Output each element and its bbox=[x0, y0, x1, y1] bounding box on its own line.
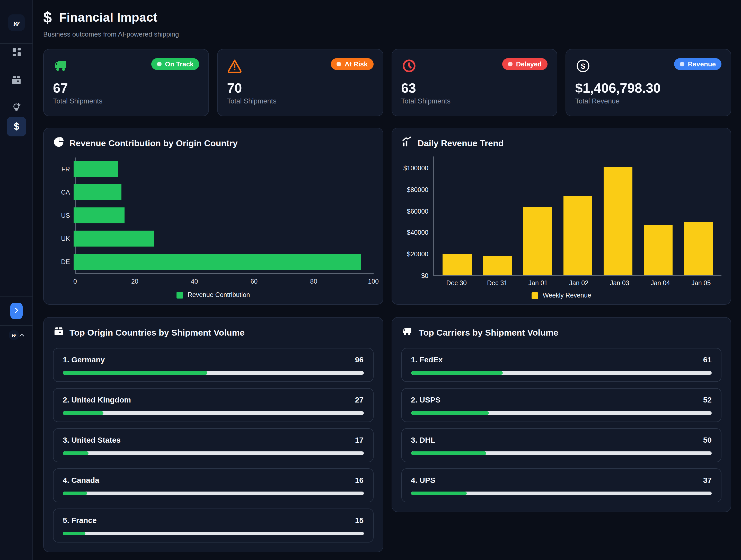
badge-dot bbox=[508, 62, 513, 66]
x-axis-tick: 20 bbox=[131, 278, 138, 285]
dashboard-icon bbox=[11, 47, 22, 59]
hbar-row: US bbox=[76, 204, 373, 227]
pie-chart-icon bbox=[53, 136, 64, 150]
y-axis-category: UK bbox=[55, 235, 74, 242]
hbar-row: UK bbox=[76, 227, 373, 250]
x-axis-category: Dec 31 bbox=[477, 279, 518, 287]
truck-icon bbox=[401, 326, 413, 340]
item-label: 4. Canada bbox=[63, 476, 99, 484]
item-label: 5. France bbox=[63, 516, 97, 524]
revenue-contribution-chart: Revenue Contribution by Origin Country F… bbox=[43, 128, 383, 305]
badge-label: Revenue bbox=[688, 60, 716, 68]
chevron-up-icon bbox=[18, 332, 25, 340]
hbar-row: FR bbox=[76, 158, 373, 181]
x-axis-tick: 80 bbox=[310, 278, 317, 285]
y-axis-tick: $20000 bbox=[407, 251, 428, 258]
stat-label: Total Shipments bbox=[53, 97, 199, 105]
y-axis-tick: $40000 bbox=[407, 229, 428, 237]
progress-fill bbox=[411, 451, 486, 455]
bar-slot bbox=[518, 207, 557, 275]
progress-fill bbox=[63, 492, 87, 495]
item-value: 17 bbox=[355, 435, 363, 444]
page-subtitle: Business outcomes from AI-powered shippi… bbox=[43, 30, 731, 38]
stat-label: Total Shipments bbox=[401, 97, 547, 105]
hbar-US bbox=[74, 207, 125, 224]
y-axis-tick: $0 bbox=[421, 272, 428, 279]
hbar-row: DE bbox=[76, 250, 373, 273]
user-menu-toggle[interactable] bbox=[18, 332, 25, 340]
sidebar-expand-button[interactable] bbox=[10, 303, 23, 319]
badge-dot bbox=[336, 62, 341, 66]
progress-track bbox=[63, 532, 363, 535]
progress-track bbox=[411, 492, 712, 495]
hbar-plot: FRCAUSUKDE bbox=[55, 158, 373, 274]
chart-legend: Revenue Contribution bbox=[53, 291, 373, 299]
stat-label: Total Revenue bbox=[575, 97, 722, 105]
hbar-UK bbox=[74, 231, 155, 247]
vbar-Dec 31 bbox=[483, 256, 512, 275]
vbar-Jan 05 bbox=[684, 222, 713, 275]
list-item: 1. Germany96 bbox=[53, 348, 373, 382]
lists-row: Top Origin Countries by Shipment Volume … bbox=[43, 317, 731, 552]
x-axis-tick: 60 bbox=[250, 278, 258, 285]
x-axis-category: Jan 03 bbox=[599, 279, 640, 287]
bar-slot bbox=[437, 254, 477, 275]
sidebar-item-financial[interactable]: $ bbox=[7, 117, 26, 136]
main-content: $ Financial Impact Business outcomes fro… bbox=[33, 0, 741, 560]
avatar-glyph: w bbox=[12, 332, 16, 338]
badge-label: Delayed bbox=[516, 60, 542, 68]
truck-icon bbox=[53, 58, 68, 74]
sidebar-divider bbox=[0, 297, 33, 297]
x-axis: 020406080100 bbox=[75, 278, 373, 286]
stat-label: Total Shipments bbox=[227, 97, 374, 105]
dollar-circle-icon: $ bbox=[575, 58, 591, 74]
app-logo[interactable]: w bbox=[8, 14, 25, 31]
hbar-CA bbox=[74, 184, 122, 200]
progress-fill bbox=[63, 451, 88, 455]
chevron-right-icon bbox=[13, 307, 20, 315]
bar-slot bbox=[678, 222, 718, 275]
stat-value: 67 bbox=[53, 80, 199, 96]
package-icon bbox=[53, 326, 64, 340]
list-item: 3. United States17 bbox=[53, 428, 373, 462]
item-value: 16 bbox=[355, 476, 363, 484]
item-value: 50 bbox=[703, 435, 712, 444]
dollar-icon: $ bbox=[43, 9, 52, 26]
sidebar-item-shipments[interactable] bbox=[0, 75, 33, 87]
y-axis-tick: $60000 bbox=[407, 208, 428, 215]
hbar-FR bbox=[74, 161, 119, 177]
progress-track bbox=[411, 451, 712, 455]
legend-swatch bbox=[177, 292, 183, 298]
app: w bbox=[0, 0, 741, 560]
package-icon bbox=[11, 75, 22, 87]
vbar-Dec 30 bbox=[443, 254, 472, 275]
top-carriers-card: Top Carriers by Shipment Volume 1. FedEx… bbox=[391, 317, 731, 512]
progress-fill bbox=[63, 532, 85, 535]
legend-label: Weekly Revenue bbox=[543, 292, 591, 299]
stat-value: $1,406,798.30 bbox=[575, 80, 722, 96]
progress-track bbox=[63, 451, 363, 455]
badge-dot bbox=[680, 62, 684, 66]
daily-revenue-trend-chart: Daily Revenue Trend $0$20000$40000$60000… bbox=[391, 128, 731, 305]
vbar-plot: $0$20000$40000$60000$80000$100000 bbox=[401, 157, 722, 276]
progress-fill bbox=[411, 371, 503, 375]
user-avatar[interactable]: w bbox=[9, 330, 19, 340]
sidebar: w bbox=[0, 0, 33, 560]
item-label: 1. Germany bbox=[63, 355, 105, 364]
y-axis-category: DE bbox=[55, 258, 74, 265]
stat-card-revenue: $ Revenue $1,406,798.30 Total Revenue bbox=[565, 49, 732, 116]
item-label: 1. FedEx bbox=[411, 355, 443, 364]
chart-title: Daily Revenue Trend bbox=[418, 138, 503, 148]
list-item: 4. UPS37 bbox=[401, 469, 722, 502]
bar-slot bbox=[477, 256, 518, 275]
bar-chart-trend-icon bbox=[401, 136, 412, 150]
item-value: 61 bbox=[703, 355, 712, 364]
plot-area bbox=[433, 157, 722, 276]
sidebar-item-dashboard[interactable] bbox=[0, 47, 33, 59]
sidebar-divider bbox=[0, 43, 33, 44]
item-value: 27 bbox=[355, 395, 363, 404]
sidebar-item-insights[interactable] bbox=[0, 102, 33, 115]
item-value: 15 bbox=[355, 516, 363, 524]
progress-track bbox=[63, 371, 363, 375]
clock-icon bbox=[401, 58, 416, 74]
